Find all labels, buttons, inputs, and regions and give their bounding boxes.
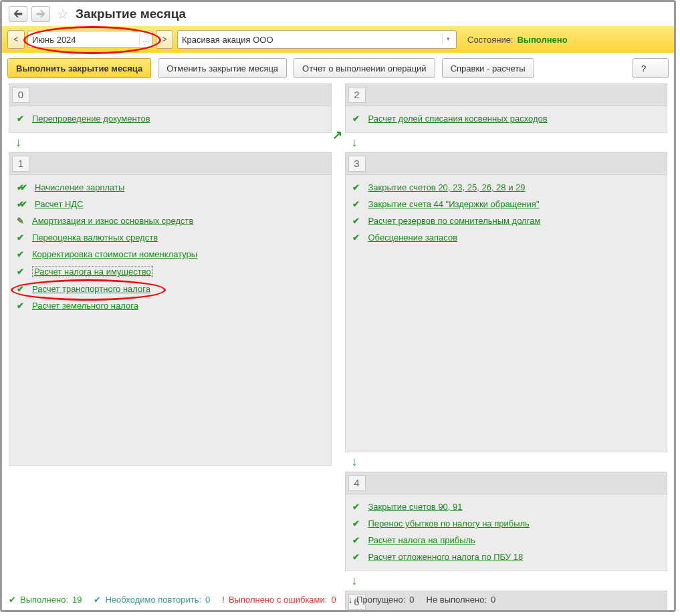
double-check-icon: ✔✔ — [15, 199, 25, 209]
footer-repeat-value: 0 — [205, 595, 210, 605]
footer-notdone-value: 0 — [491, 595, 495, 605]
stage-ops-3: ✔Закрытие счетов 20, 23, 25, 26, 28 и 29… — [345, 175, 668, 452]
operations-report-button[interactable]: Отчет о выполнении операций — [294, 58, 435, 78]
check-icon: ✔ — [15, 233, 25, 243]
check-icon: ✔ — [351, 535, 362, 545]
operation-row: ✔ Перепроведение документов — [13, 110, 327, 127]
double-check-icon: ✔✔ — [15, 182, 25, 192]
skip-icon: ↓ — [348, 595, 353, 605]
operation-link[interactable]: Корректировка стоимости номенклатуры — [32, 249, 197, 259]
cancel-close-month-button[interactable]: Отменить закрытие месяца — [158, 58, 287, 78]
check-icon: ✔ — [351, 216, 362, 226]
chevron-down-icon[interactable]: ▾ — [442, 33, 453, 44]
operation-link[interactable]: Переоценка валютных средств — [32, 233, 158, 243]
organization-select[interactable]: Красивая акация ООО ▾ — [177, 30, 457, 49]
period-value: Июнь 2024 — [32, 35, 76, 45]
stage-number: 3 — [348, 156, 366, 172]
footer-done-label: Выполнено: — [20, 595, 68, 605]
nav-forward-button[interactable]: 🡲 — [31, 6, 50, 22]
stage-header-0: 0 — [9, 84, 332, 106]
check-icon: ✔ — [351, 552, 362, 562]
status-label: Состояние: — [467, 35, 513, 45]
stage-header-2: 2 — [345, 84, 668, 106]
footer-errors-value: 0 — [331, 595, 336, 605]
stage-number: 0 — [12, 87, 29, 103]
operation-link[interactable]: Расчет резервов по сомнительным долгам — [368, 216, 541, 226]
execute-close-month-button[interactable]: Выполнить закрытие месяца — [7, 58, 151, 78]
operation-link[interactable]: Амортизация и износ основных средств — [32, 216, 193, 226]
footer-skipped-value: 0 — [409, 595, 414, 605]
organization-value: Красивая акация ООО — [182, 35, 273, 45]
references-button[interactable]: Справки - расчеты — [442, 58, 534, 78]
period-input[interactable]: Июнь 2024 … — [27, 31, 153, 48]
period-next-button[interactable]: > — [156, 30, 173, 49]
check-icon: ✔ — [15, 249, 25, 259]
check-icon: ✔ — [351, 502, 362, 512]
status-footer: ✔ Выполнено: 19 ✔ Необходимо повторить: … — [9, 595, 667, 605]
check-icon: ✔ — [351, 518, 362, 528]
operation-link[interactable]: Расчет транспортного налога — [32, 284, 150, 294]
footer-errors-label: Выполнено с ошибками: — [229, 595, 328, 605]
operation-link[interactable]: Начисление зарплаты — [35, 182, 124, 192]
operation-link[interactable]: Расчет налога на прибыль — [368, 535, 475, 545]
stage-header-1: 1 — [9, 152, 332, 175]
stage-header-3: 3 — [345, 152, 668, 175]
period-picker-icon[interactable]: … — [139, 33, 150, 45]
check-edit-icon: ✎ — [15, 216, 25, 226]
stage-ops-4: ✔Закрытие счетов 90, 91 ✔Перенос убытков… — [345, 494, 668, 571]
check-icon: ✔ — [15, 114, 25, 124]
stage-number: 1 — [12, 156, 29, 172]
operation-link[interactable]: Обесценение запасов — [368, 233, 458, 243]
stage-ops-1: ✔✔Начисление зарплаты ✔✔Расчет НДС ✎Амор… — [9, 175, 332, 466]
footer-done-value: 19 — [72, 595, 82, 605]
footer-notdone-label: Не выполнено: — [427, 595, 487, 605]
favorite-icon[interactable]: ☆ — [57, 6, 69, 22]
arrow-down-icon: ↓ — [345, 133, 668, 152]
stage-ops-2: ✔Расчет долей списания косвенных расходо… — [345, 106, 668, 133]
check-icon: ✔ — [15, 267, 25, 277]
footer-skipped-label: Пропущено: — [356, 595, 405, 605]
check-icon: ✔ — [15, 301, 25, 311]
operation-link[interactable]: Закрытие счетов 90, 91 — [368, 502, 463, 512]
arrow-down-icon: ↓ — [345, 452, 668, 472]
stage-ops-0: ✔ Перепроведение документов — [9, 106, 332, 133]
operation-link[interactable]: Расчет земельного налога — [32, 301, 138, 311]
error-icon: ! — [222, 595, 225, 605]
check-icon: ✔ — [351, 233, 362, 243]
check-icon: ✔ — [15, 284, 25, 294]
arrow-diag-icon: ↗ — [332, 128, 342, 142]
operation-link[interactable]: Расчет долей списания косвенных расходов — [368, 114, 548, 124]
arrow-down-icon: ↓ — [9, 133, 332, 152]
nav-back-button[interactable]: 🡰 — [9, 6, 27, 22]
arrow-down-icon: ↓ — [345, 571, 668, 591]
check-icon: ✔ — [351, 114, 362, 124]
check-icon: ✔ — [351, 199, 362, 209]
operation-link[interactable]: Закрытие счетов 20, 23, 25, 26, 28 и 29 — [368, 182, 526, 192]
operation-link[interactable]: Расчет налога на имущество — [32, 266, 153, 277]
stage-number: 2 — [348, 87, 366, 103]
help-button[interactable]: ? — [633, 58, 669, 78]
stage-number: 4 — [348, 475, 366, 491]
operation-link[interactable]: Расчет НДС — [35, 199, 84, 209]
operation-link[interactable]: Закрытие счета 44 "Издержки обращения" — [368, 199, 540, 209]
repeat-icon: ✔ — [94, 595, 101, 605]
check-icon: ✔ — [351, 182, 362, 192]
page-title: Закрытие месяца — [76, 7, 186, 21]
operation-link[interactable]: Перепроведение документов — [32, 114, 150, 124]
operation-link[interactable]: Перенос убытков по налогу на прибыль — [368, 518, 530, 528]
footer-repeat-label: Необходимо повторить: — [105, 595, 201, 605]
status-value: Выполнено — [517, 35, 567, 45]
check-icon: ✔ — [9, 595, 16, 605]
stage-header-4: 4 — [345, 472, 668, 494]
operation-link[interactable]: Расчет отложенного налога по ПБУ 18 — [368, 552, 524, 562]
period-prev-button[interactable]: < — [7, 30, 25, 49]
